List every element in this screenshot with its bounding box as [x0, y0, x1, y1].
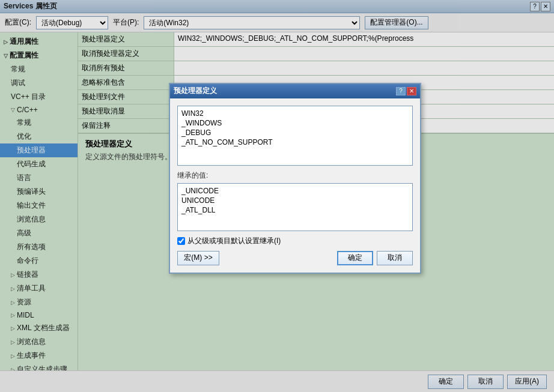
list-item[interactable]: _DEBUG	[180, 128, 410, 137]
list-item[interactable]: _WINDOWS	[180, 118, 410, 128]
dialog-title-text: 预处理器定义	[174, 86, 217, 96]
dialog-title-bar: 预处理器定义 ? ✕	[170, 84, 420, 98]
dialog-ok-cancel: 确定 取消	[337, 251, 413, 265]
dialog-title-buttons: ? ✕	[396, 87, 416, 95]
dialog-content: WIN32 _WINDOWS _DEBUG _ATL_NO_COM_SUPPOR…	[170, 98, 420, 273]
dialog-help-button[interactable]: ?	[396, 87, 406, 95]
dialog: 预处理器定义 ? ✕ WIN32 _WINDOWS _DEBUG _ATL_NO…	[169, 83, 421, 274]
list-item[interactable]: UNICODE	[180, 196, 410, 205]
inherit-checkbox[interactable]	[177, 237, 185, 245]
dialog-buttons-row: 宏(M) >> 确定 取消	[177, 251, 413, 265]
macro-button[interactable]: 宏(M) >>	[177, 251, 219, 265]
dialog-ok-button[interactable]: 确定	[337, 251, 373, 265]
dialog-overlay: 预处理器定义 ? ✕ WIN32 _WINDOWS _DEBUG _ATL_NO…	[0, 0, 554, 392]
dialog-close-button[interactable]: ✕	[407, 87, 416, 95]
inherit-checkbox-row: 从父级或项目默认设置继承(I)	[177, 236, 413, 246]
list-item[interactable]: _ATL_NO_COM_SUPPORT	[180, 137, 410, 147]
definition-listbox[interactable]: WIN32 _WINDOWS _DEBUG _ATL_NO_COM_SUPPOR…	[177, 106, 413, 166]
list-item[interactable]: WIN32	[180, 109, 410, 118]
inherited-listbox[interactable]: _UNICODE UNICODE _ATL_DLL	[177, 183, 413, 231]
inherit-checkbox-label: 从父级或项目默认设置继承(I)	[187, 236, 281, 246]
inherited-label: 继承的值:	[177, 170, 413, 181]
list-item[interactable]: _ATL_DLL	[180, 205, 410, 215]
list-item[interactable]: _UNICODE	[180, 186, 410, 196]
dialog-cancel-button[interactable]: 取消	[377, 251, 413, 265]
